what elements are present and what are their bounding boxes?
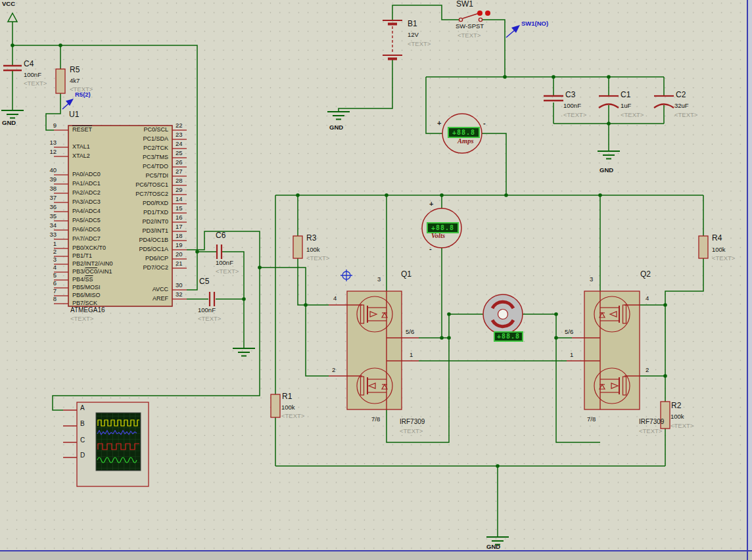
schematic-canvas: VCC GND C4 100nF <TEXT> R5 4k7 <TEXT> R5… xyxy=(0,0,752,560)
u1-ref[interactable]: U1 xyxy=(69,110,79,119)
gnd-label: GND xyxy=(2,120,16,126)
u1-pin-30-name: AVCC xyxy=(96,286,168,292)
u1-pin-25-name: PC3/TMS xyxy=(96,154,168,160)
u1-pin-29-number: 29 xyxy=(176,186,195,193)
mosfet-q1-body[interactable] xyxy=(347,291,402,409)
q2-pin1-number: 1 xyxy=(570,352,573,358)
ammeter-plus: + xyxy=(437,120,441,128)
sw1-probe-label[interactable]: SW1(NO) xyxy=(521,20,548,27)
switch-state-dots xyxy=(477,11,490,16)
u1-placeholder: <TEXT> xyxy=(70,315,93,322)
resistor-r3[interactable] xyxy=(293,236,302,258)
u1-pin-2-name: PB1/T1 xyxy=(72,252,92,259)
q2-placeholder: <TEXT> xyxy=(639,428,662,434)
q1-ref[interactable]: Q1 xyxy=(401,270,411,279)
capacitor-c3[interactable] xyxy=(544,96,563,101)
r2-ref[interactable]: R2 xyxy=(671,402,681,410)
u1-pin-27-name: PC5/TDI xyxy=(96,172,168,179)
schematic-drawing xyxy=(0,0,752,560)
r3-value[interactable]: 100k xyxy=(306,246,320,253)
resistor-r4[interactable] xyxy=(699,236,708,258)
r5-probe-label[interactable]: R5(2) xyxy=(75,91,91,98)
sw1-value[interactable]: SW-SPST xyxy=(456,23,484,30)
c6-ref[interactable]: C6 xyxy=(216,231,225,240)
u1-pin-21-name: PD7/OC2 xyxy=(96,264,168,271)
u1-pin-3-number: 3 xyxy=(34,256,57,263)
b1-ref[interactable]: B1 xyxy=(408,20,417,28)
u1-pin-23-number: 23 xyxy=(176,131,195,138)
u1-pin-8-name: PB7/SCK xyxy=(72,300,97,306)
r1-ref[interactable]: R1 xyxy=(282,392,292,401)
motor[interactable] xyxy=(483,294,523,334)
motor-display: +88.8 xyxy=(494,331,523,342)
u1-pin-25-number: 25 xyxy=(176,149,195,156)
u1-pin-39-number: 39 xyxy=(34,175,57,183)
capacitor-c6[interactable] xyxy=(217,245,222,259)
r2-value[interactable]: 100k xyxy=(670,413,684,420)
r5-value[interactable]: 4k7 xyxy=(70,78,80,84)
u1-pin-18-number: 18 xyxy=(176,232,195,239)
u1-pin-33-number: 33 xyxy=(34,231,57,238)
c1-ref[interactable]: C1 xyxy=(621,91,630,99)
sw1-ref[interactable]: SW1 xyxy=(456,0,473,9)
vcc-label: VCC xyxy=(2,1,15,7)
u1-pin-8-number: 8 xyxy=(34,295,57,302)
u1-pin-12-name: XTAL2 xyxy=(72,152,90,159)
resistor-r5[interactable] xyxy=(56,69,65,93)
u1-pin-36-number: 36 xyxy=(34,203,57,210)
r4-value[interactable]: 100k xyxy=(712,246,726,253)
resistor-r1[interactable] xyxy=(271,394,280,417)
sheet-outer-bottom xyxy=(0,551,752,560)
sheet-border-bottom xyxy=(0,550,752,551)
r5-ref[interactable]: R5 xyxy=(70,66,80,74)
u1-pin-5-number: 5 xyxy=(34,271,57,279)
u1-pin-20-name: PD6/ICP xyxy=(96,255,168,262)
r2-placeholder: <TEXT> xyxy=(670,423,693,429)
sw1-placeholder: <TEXT> xyxy=(458,32,481,39)
sheet-border-right xyxy=(747,0,748,560)
u1-pin-38-number: 38 xyxy=(34,185,57,192)
b1-value[interactable]: 12V xyxy=(408,32,419,38)
probe-cursor-r5[interactable] xyxy=(62,99,74,109)
r3-ref[interactable]: R3 xyxy=(306,234,316,243)
c5-value[interactable]: 100nF xyxy=(198,307,216,314)
c4-placeholder: <TEXT> xyxy=(24,80,47,87)
u1-pin-9-name: RESET xyxy=(72,126,92,133)
oscilloscope[interactable] xyxy=(63,402,149,486)
origin-marker-icon xyxy=(341,269,352,281)
u1-pin-29-name: PC7/TOSC2 xyxy=(96,191,168,197)
q1-pin4-number: 4 xyxy=(333,295,337,302)
r1-value[interactable]: 100k xyxy=(281,404,295,411)
u1-pin-19-number: 19 xyxy=(176,241,195,248)
capacitor-c4[interactable] xyxy=(3,66,22,70)
osc-channel-c-label: C xyxy=(80,437,85,444)
probe-cursor-sw1[interactable] xyxy=(506,25,520,37)
c5-ref[interactable]: C5 xyxy=(199,277,209,286)
u1-pin-13-name: XTAL1 xyxy=(72,143,90,150)
u1-pin-15-number: 15 xyxy=(176,204,195,212)
c4-value[interactable]: 100nF xyxy=(24,72,41,78)
u1-pin-32-name: AREF xyxy=(96,295,168,302)
u1-pin-2-number: 2 xyxy=(34,248,57,255)
q1-placeholder: <TEXT> xyxy=(400,428,423,434)
u1-pin-1-number: 1 xyxy=(34,240,57,247)
c1-value[interactable]: 1uF xyxy=(621,103,631,109)
battery-b1[interactable] xyxy=(383,20,402,59)
u1-pin-28-name: PC6/TOSC1 xyxy=(96,181,168,188)
mosfet-q2-body[interactable] xyxy=(584,291,640,409)
u1-pin-16-name: PD2/INT0 xyxy=(96,218,168,225)
capacitor-c5[interactable] xyxy=(210,292,214,306)
c3-ref[interactable]: C3 xyxy=(565,91,575,99)
r4-placeholder: <TEXT> xyxy=(712,255,735,262)
c4-ref[interactable]: C4 xyxy=(24,60,34,68)
c2-ref[interactable]: C2 xyxy=(676,91,686,99)
voltmeter-minus: - xyxy=(429,245,432,253)
q2-ref[interactable]: Q2 xyxy=(640,270,651,279)
r4-ref[interactable]: R4 xyxy=(712,234,722,243)
u1-pin-18-name: PD4/OC1B xyxy=(96,237,168,243)
c3-value[interactable]: 100nF xyxy=(563,103,581,109)
q2-pin2-number: 2 xyxy=(646,367,649,373)
ammeter-minus: - xyxy=(483,120,486,128)
c6-value[interactable]: 100nF xyxy=(216,260,233,266)
c2-value[interactable]: 32uF xyxy=(674,103,689,109)
